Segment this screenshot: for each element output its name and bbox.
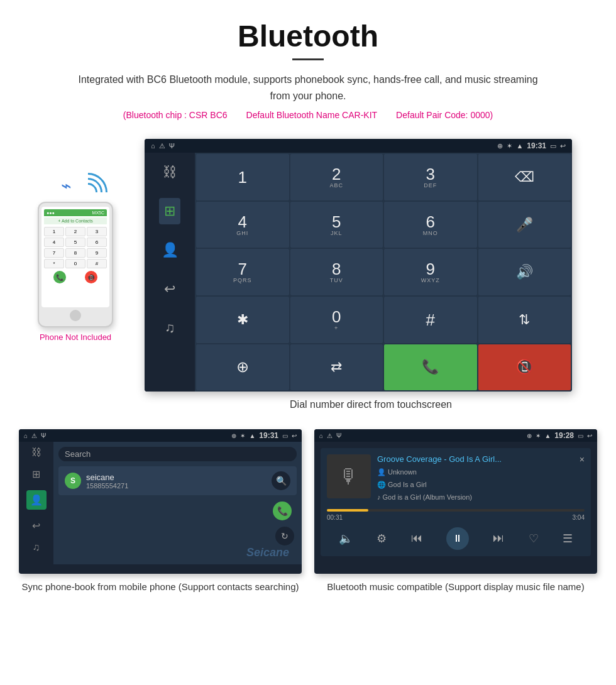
pb-sidebar-calls[interactable]: ↩: [32, 520, 40, 532]
pb-status-left: ⌂ ⚠ Ψ: [24, 432, 46, 439]
pb-bt-icon: ✶: [240, 432, 245, 439]
dial-key-4[interactable]: 4 GHI: [196, 202, 289, 248]
car-dialer-screen: ⌂ ⚠ Ψ ⊕ ✶ ▲ 19:31 ▭ ↩ ⛓ ⊞: [145, 139, 572, 392]
music-eq-button[interactable]: ⚙: [377, 532, 387, 545]
pb-status-time: 19:31: [259, 431, 278, 440]
music-warning-icon: ⚠: [327, 432, 333, 439]
pb-refresh-icon[interactable]: ↻: [275, 527, 294, 545]
music-prev-button[interactable]: ⏮: [411, 532, 422, 545]
header-description: Integrated with BC6 Bluetooth module, su…: [69, 72, 547, 104]
dialpad-grid: 1 2 ABC 3 DEF ⌫ 4: [195, 153, 572, 392]
pb-sidebar-dialpad[interactable]: ⊞: [32, 468, 40, 480]
music-card: 🎙 Groove Coverage - God Is A Girl... 👤 U…: [321, 448, 591, 556]
phone-home-button[interactable]: [70, 310, 81, 321]
phone-key-7[interactable]: 7: [44, 248, 64, 258]
music-status-right: ⊕ ✶ ▲ 19:28 ▭ ↩: [527, 431, 592, 440]
phone-hangup-button[interactable]: 📵: [85, 271, 97, 283]
music-status-time: 19:28: [554, 431, 574, 440]
album-art: 🎙: [327, 454, 371, 498]
music-progress-bar: [327, 509, 585, 512]
sidebar-music-icon[interactable]: ♫: [160, 315, 180, 341]
page-header: Bluetooth Integrated with BC6 Bluetooth …: [0, 0, 616, 133]
music-album-line: 🌐 God Is a Girl: [377, 479, 573, 491]
seicane-watermark: Seicane: [246, 546, 289, 559]
pb-gps-icon: ⊕: [231, 432, 236, 439]
music-volume-button[interactable]: 🔈: [339, 532, 353, 545]
music-close-button[interactable]: ×: [580, 454, 585, 464]
music-title: Groove Coverage - God Is A Girl...: [377, 454, 573, 464]
music-controls: 🔈 ⚙ ⏮ ⏸ ⏭ ♡ ☰: [327, 527, 585, 550]
dial-key-5[interactable]: 5 JKL: [290, 202, 383, 248]
phone-key-5[interactable]: 5: [65, 238, 85, 247]
dial-key-hash[interactable]: #: [384, 297, 477, 343]
pb-sidebar-music[interactable]: ♫: [33, 542, 40, 553]
pb-sidebar-contacts[interactable]: 👤: [26, 490, 47, 510]
pb-contact-initial: S: [70, 476, 75, 485]
dial-key-mute[interactable]: 🎤: [478, 202, 571, 248]
phone-key-star[interactable]: *: [44, 259, 64, 268]
back-icon: ↩: [560, 142, 566, 150]
pb-call-icon[interactable]: 📞: [273, 501, 292, 520]
music-artist: Unknown: [388, 468, 417, 476]
music-playlist-button[interactable]: ☰: [563, 532, 573, 545]
phone-key-3[interactable]: 3: [87, 227, 107, 236]
dial-key-8[interactable]: 8 TUV: [290, 249, 383, 295]
pb-usb-icon: Ψ: [41, 432, 46, 439]
music-play-pause-button[interactable]: ⏸: [446, 527, 469, 550]
dialer-sidebar: ⛓ ⊞ 👤 ↩ ♫: [145, 153, 195, 392]
dial-key-hangup[interactable]: 📵: [478, 344, 571, 391]
phone-illustration: ⌁ ●●●MX5C + Add to Contacts 1 2 3 4 5 6 …: [19, 139, 132, 342]
dial-key-volume[interactable]: 🔊: [478, 249, 571, 295]
sidebar-contact-icon[interactable]: 👤: [157, 237, 184, 263]
music-artist-icon: 👤: [377, 468, 388, 476]
music-total-time: 3:04: [573, 514, 585, 521]
music-back-icon: ↩: [587, 432, 592, 439]
spec-name: Default Bluetooth Name CAR-KIT: [246, 110, 378, 120]
phone-key-hash[interactable]: #: [87, 259, 107, 268]
pb-contact-search-icon[interactable]: 🔍: [272, 471, 290, 490]
dial-key-dtmf[interactable]: ⇄: [290, 344, 383, 391]
dial-key-backspace[interactable]: ⌫: [478, 154, 571, 200]
dial-key-6[interactable]: 6 MNO: [384, 202, 477, 248]
phone-key-1[interactable]: 1: [44, 227, 64, 236]
sidebar-dialpad-icon[interactable]: ⊞: [159, 198, 180, 224]
pb-body: ⛓ ⊞ 👤 ↩ ♫ Search S: [19, 442, 302, 564]
pb-search-placeholder: Search: [65, 449, 91, 459]
phonebook-item: ⌂ ⚠ Ψ ⊕ ✶ ▲ 19:31 ▭ ↩ ⛓ ⊞ 👤: [19, 429, 302, 595]
phone-key-8[interactable]: 8: [65, 248, 85, 258]
sidebar-link-icon[interactable]: ⛓: [158, 159, 182, 185]
phone-key-2[interactable]: 2: [65, 227, 85, 236]
dial-key-7[interactable]: 7 PQRS: [196, 249, 289, 295]
bottom-section: ⌂ ⚠ Ψ ⊕ ✶ ▲ 19:31 ▭ ↩ ⛓ ⊞ 👤: [0, 423, 616, 607]
music-album: God Is a Girl: [388, 481, 427, 488]
phone-call-button[interactable]: 📞: [53, 271, 66, 283]
pb-search-bar[interactable]: Search: [58, 447, 297, 461]
dial-key-1[interactable]: 1: [196, 154, 289, 200]
pb-contact-name: seicane: [86, 473, 267, 482]
dial-key-2[interactable]: 2 ABC: [290, 154, 383, 200]
music-next-button[interactable]: ⏭: [493, 532, 504, 545]
middle-section: ⌁ ●●●MX5C + Add to Contacts 1 2 3 4 5 6 …: [0, 133, 616, 423]
dial-key-swap[interactable]: ⇅: [478, 297, 571, 343]
header-specs: (Bluetooth chip : CSR BC6 Default Blueto…: [25, 110, 591, 120]
status-right-icons: ⊕ ✶ ▲ 19:31 ▭ ↩: [497, 141, 566, 150]
dial-key-0[interactable]: 0 +: [290, 297, 383, 343]
phone-key-9[interactable]: 9: [87, 248, 107, 258]
phone-key-0[interactable]: 0: [65, 259, 85, 268]
pb-sidebar-link[interactable]: ⛓: [31, 447, 41, 458]
dial-key-call[interactable]: 📞: [384, 344, 477, 391]
dial-key-9[interactable]: 9 WXYZ: [384, 249, 477, 295]
bluetooth-status-icon: ✶: [507, 142, 512, 150]
pb-contact-avatar: S: [65, 473, 81, 489]
dial-key-3[interactable]: 3 DEF: [384, 154, 477, 200]
dial-key-merge[interactable]: ⊕: [196, 344, 289, 391]
dial-key-star[interactable]: ✱: [196, 297, 289, 343]
pb-contact-row[interactable]: S seicane 15885554271 🔍: [58, 466, 297, 495]
sidebar-calls-icon[interactable]: ↩: [159, 276, 180, 302]
phone-key-6[interactable]: 6: [87, 238, 107, 247]
music-favorite-button[interactable]: ♡: [529, 532, 539, 545]
phone-bottom-row: 📞 📵: [44, 271, 107, 283]
phone-key-4[interactable]: 4: [44, 238, 64, 247]
page-title: Bluetooth: [25, 19, 591, 53]
music-info: Groove Coverage - God Is A Girl... 👤 Unk…: [377, 454, 573, 503]
